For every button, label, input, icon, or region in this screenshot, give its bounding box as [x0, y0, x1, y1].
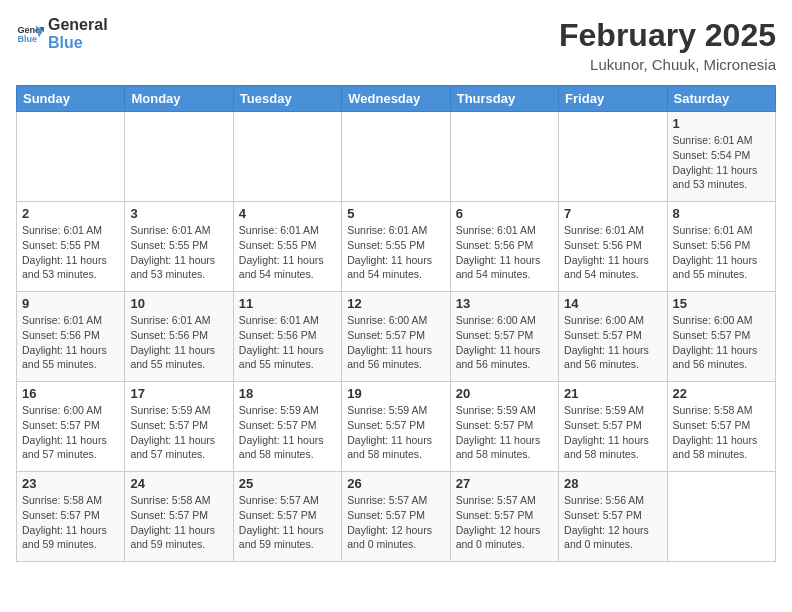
day-info: Sunrise: 6:01 AM Sunset: 5:56 PM Dayligh… — [239, 313, 336, 372]
day-number: 4 — [239, 206, 336, 221]
calendar-cell: 22Sunrise: 5:58 AM Sunset: 5:57 PM Dayli… — [667, 382, 775, 472]
day-number: 19 — [347, 386, 444, 401]
day-info: Sunrise: 6:01 AM Sunset: 5:56 PM Dayligh… — [130, 313, 227, 372]
calendar-cell: 1Sunrise: 6:01 AM Sunset: 5:54 PM Daylig… — [667, 112, 775, 202]
calendar-cell: 19Sunrise: 5:59 AM Sunset: 5:57 PM Dayli… — [342, 382, 450, 472]
weekday-header: Saturday — [667, 86, 775, 112]
calendar-cell — [233, 112, 341, 202]
calendar-cell: 6Sunrise: 6:01 AM Sunset: 5:56 PM Daylig… — [450, 202, 558, 292]
calendar-cell: 27Sunrise: 5:57 AM Sunset: 5:57 PM Dayli… — [450, 472, 558, 562]
logo: General Blue General Blue — [16, 16, 108, 51]
day-info: Sunrise: 6:00 AM Sunset: 5:57 PM Dayligh… — [347, 313, 444, 372]
day-info: Sunrise: 6:00 AM Sunset: 5:57 PM Dayligh… — [564, 313, 661, 372]
calendar-cell: 4Sunrise: 6:01 AM Sunset: 5:55 PM Daylig… — [233, 202, 341, 292]
calendar-cell: 9Sunrise: 6:01 AM Sunset: 5:56 PM Daylig… — [17, 292, 125, 382]
svg-text:Blue: Blue — [17, 34, 37, 44]
month-title: February 2025 — [559, 16, 776, 54]
day-info: Sunrise: 6:01 AM Sunset: 5:55 PM Dayligh… — [22, 223, 119, 282]
day-number: 9 — [22, 296, 119, 311]
calendar-cell: 28Sunrise: 5:56 AM Sunset: 5:57 PM Dayli… — [559, 472, 667, 562]
calendar-week-row: 2Sunrise: 6:01 AM Sunset: 5:55 PM Daylig… — [17, 202, 776, 292]
day-info: Sunrise: 5:59 AM Sunset: 5:57 PM Dayligh… — [347, 403, 444, 462]
calendar-cell — [559, 112, 667, 202]
calendar-cell: 16Sunrise: 6:00 AM Sunset: 5:57 PM Dayli… — [17, 382, 125, 472]
calendar-cell: 26Sunrise: 5:57 AM Sunset: 5:57 PM Dayli… — [342, 472, 450, 562]
calendar-cell: 21Sunrise: 5:59 AM Sunset: 5:57 PM Dayli… — [559, 382, 667, 472]
day-info: Sunrise: 6:01 AM Sunset: 5:55 PM Dayligh… — [130, 223, 227, 282]
day-info: Sunrise: 5:57 AM Sunset: 5:57 PM Dayligh… — [239, 493, 336, 552]
day-number: 28 — [564, 476, 661, 491]
day-number: 12 — [347, 296, 444, 311]
calendar-cell: 17Sunrise: 5:59 AM Sunset: 5:57 PM Dayli… — [125, 382, 233, 472]
day-number: 2 — [22, 206, 119, 221]
calendar-cell: 7Sunrise: 6:01 AM Sunset: 5:56 PM Daylig… — [559, 202, 667, 292]
weekday-header: Wednesday — [342, 86, 450, 112]
weekday-header: Tuesday — [233, 86, 341, 112]
day-info: Sunrise: 5:58 AM Sunset: 5:57 PM Dayligh… — [130, 493, 227, 552]
day-number: 25 — [239, 476, 336, 491]
day-info: Sunrise: 5:58 AM Sunset: 5:57 PM Dayligh… — [673, 403, 770, 462]
day-number: 18 — [239, 386, 336, 401]
calendar-cell — [450, 112, 558, 202]
day-info: Sunrise: 5:57 AM Sunset: 5:57 PM Dayligh… — [456, 493, 553, 552]
location-title: Lukunor, Chuuk, Micronesia — [559, 56, 776, 73]
calendar-cell: 25Sunrise: 5:57 AM Sunset: 5:57 PM Dayli… — [233, 472, 341, 562]
day-number: 24 — [130, 476, 227, 491]
day-info: Sunrise: 6:01 AM Sunset: 5:56 PM Dayligh… — [22, 313, 119, 372]
day-number: 5 — [347, 206, 444, 221]
day-info: Sunrise: 5:59 AM Sunset: 5:57 PM Dayligh… — [456, 403, 553, 462]
calendar-cell: 13Sunrise: 6:00 AM Sunset: 5:57 PM Dayli… — [450, 292, 558, 382]
calendar-week-row: 23Sunrise: 5:58 AM Sunset: 5:57 PM Dayli… — [17, 472, 776, 562]
day-number: 27 — [456, 476, 553, 491]
day-number: 7 — [564, 206, 661, 221]
calendar-cell: 8Sunrise: 6:01 AM Sunset: 5:56 PM Daylig… — [667, 202, 775, 292]
day-number: 11 — [239, 296, 336, 311]
day-info: Sunrise: 5:59 AM Sunset: 5:57 PM Dayligh… — [564, 403, 661, 462]
weekday-header: Thursday — [450, 86, 558, 112]
day-number: 6 — [456, 206, 553, 221]
calendar-cell: 20Sunrise: 5:59 AM Sunset: 5:57 PM Dayli… — [450, 382, 558, 472]
day-info: Sunrise: 5:56 AM Sunset: 5:57 PM Dayligh… — [564, 493, 661, 552]
logo-general-text: General — [48, 16, 108, 34]
day-number: 10 — [130, 296, 227, 311]
calendar-cell — [667, 472, 775, 562]
logo-blue-text: Blue — [48, 34, 108, 52]
day-number: 13 — [456, 296, 553, 311]
day-info: Sunrise: 5:58 AM Sunset: 5:57 PM Dayligh… — [22, 493, 119, 552]
weekday-header: Friday — [559, 86, 667, 112]
calendar-cell: 11Sunrise: 6:01 AM Sunset: 5:56 PM Dayli… — [233, 292, 341, 382]
day-info: Sunrise: 6:00 AM Sunset: 5:57 PM Dayligh… — [673, 313, 770, 372]
day-number: 26 — [347, 476, 444, 491]
day-number: 16 — [22, 386, 119, 401]
day-number: 21 — [564, 386, 661, 401]
day-info: Sunrise: 6:01 AM Sunset: 5:56 PM Dayligh… — [456, 223, 553, 282]
calendar-cell: 14Sunrise: 6:00 AM Sunset: 5:57 PM Dayli… — [559, 292, 667, 382]
day-number: 14 — [564, 296, 661, 311]
day-number: 20 — [456, 386, 553, 401]
calendar-table: SundayMondayTuesdayWednesdayThursdayFrid… — [16, 85, 776, 562]
calendar-cell — [342, 112, 450, 202]
calendar-cell: 24Sunrise: 5:58 AM Sunset: 5:57 PM Dayli… — [125, 472, 233, 562]
calendar-cell: 23Sunrise: 5:58 AM Sunset: 5:57 PM Dayli… — [17, 472, 125, 562]
day-info: Sunrise: 6:00 AM Sunset: 5:57 PM Dayligh… — [22, 403, 119, 462]
day-info: Sunrise: 6:01 AM Sunset: 5:55 PM Dayligh… — [347, 223, 444, 282]
day-info: Sunrise: 5:59 AM Sunset: 5:57 PM Dayligh… — [130, 403, 227, 462]
day-info: Sunrise: 6:00 AM Sunset: 5:57 PM Dayligh… — [456, 313, 553, 372]
calendar-cell: 5Sunrise: 6:01 AM Sunset: 5:55 PM Daylig… — [342, 202, 450, 292]
calendar-week-row: 16Sunrise: 6:00 AM Sunset: 5:57 PM Dayli… — [17, 382, 776, 472]
day-info: Sunrise: 5:59 AM Sunset: 5:57 PM Dayligh… — [239, 403, 336, 462]
calendar-cell: 10Sunrise: 6:01 AM Sunset: 5:56 PM Dayli… — [125, 292, 233, 382]
day-number: 22 — [673, 386, 770, 401]
calendar-cell: 18Sunrise: 5:59 AM Sunset: 5:57 PM Dayli… — [233, 382, 341, 472]
day-info: Sunrise: 6:01 AM Sunset: 5:56 PM Dayligh… — [673, 223, 770, 282]
calendar-cell — [125, 112, 233, 202]
day-info: Sunrise: 6:01 AM Sunset: 5:56 PM Dayligh… — [564, 223, 661, 282]
title-block: February 2025 Lukunor, Chuuk, Micronesia — [559, 16, 776, 73]
calendar-cell: 3Sunrise: 6:01 AM Sunset: 5:55 PM Daylig… — [125, 202, 233, 292]
calendar-cell: 12Sunrise: 6:00 AM Sunset: 5:57 PM Dayli… — [342, 292, 450, 382]
calendar-cell — [17, 112, 125, 202]
weekday-header: Sunday — [17, 86, 125, 112]
calendar-header-row: SundayMondayTuesdayWednesdayThursdayFrid… — [17, 86, 776, 112]
calendar-week-row: 1Sunrise: 6:01 AM Sunset: 5:54 PM Daylig… — [17, 112, 776, 202]
day-number: 1 — [673, 116, 770, 131]
